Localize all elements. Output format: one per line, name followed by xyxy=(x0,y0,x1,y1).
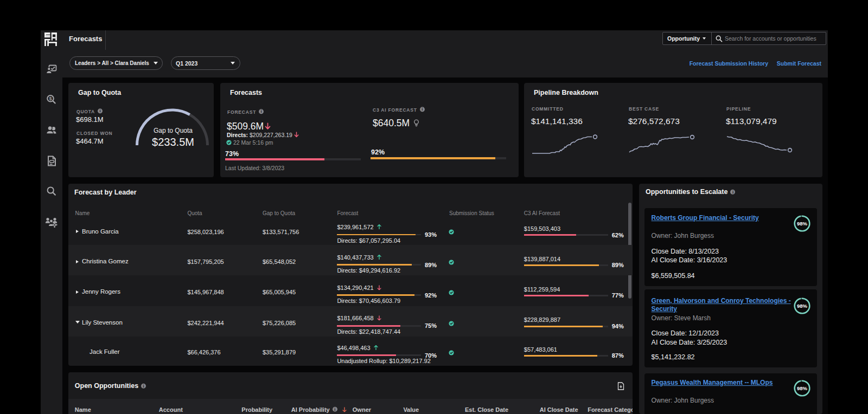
svg-text:98%: 98% xyxy=(797,385,808,391)
svg-text:98%: 98% xyxy=(797,303,808,309)
svg-text:$: $ xyxy=(49,96,52,101)
svg-text:98%: 98% xyxy=(797,221,808,227)
